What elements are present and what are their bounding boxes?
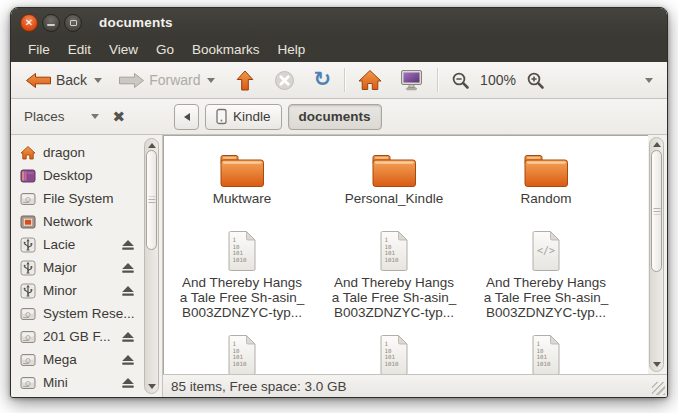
file-item[interactable]: 1101011010 And Thereby Hangs a Tale Free… (166, 230, 318, 320)
folder-icon (371, 152, 417, 189)
sidebar-item-network[interactable]: Network (11, 210, 162, 233)
zoom-level: 100% (480, 72, 516, 88)
menu-file[interactable]: File (19, 39, 59, 60)
scroll-down-arrow-icon[interactable] (148, 384, 156, 389)
binary-file-icon: 1101011010 (529, 334, 563, 374)
stop-icon (274, 70, 295, 91)
folder-label: Personal_Kindle (345, 191, 443, 206)
sidebar-scrollbar[interactable] (144, 138, 159, 394)
svg-text:101: 101 (233, 354, 244, 360)
forward-arrow-icon (118, 72, 145, 89)
binary-file-icon: 1101011010 (225, 334, 259, 374)
places-sidebar: dragon Desktop File System Network Lacie (11, 135, 163, 397)
sidebar-item-mini[interactable]: Mini (11, 371, 162, 394)
main-scrollbar-thumb[interactable] (651, 150, 662, 272)
zoom-out-button[interactable] (447, 68, 474, 93)
forward-history-caret[interactable] (207, 78, 215, 83)
zoom-in-icon (526, 71, 545, 90)
sidebar-item-lacie[interactable]: Lacie (11, 233, 162, 256)
usb-drive-icon (20, 283, 36, 299)
binary-file-icon: 1101011010 (225, 230, 259, 272)
zoom-in-button[interactable] (522, 68, 549, 93)
svg-text:1: 1 (233, 237, 237, 243)
path-row: Places ✖ Kindle documents (11, 99, 667, 135)
main-scrollbar[interactable] (649, 137, 664, 372)
back-button[interactable]: Back (21, 69, 91, 92)
file-item[interactable]: 1101011010 (470, 334, 622, 374)
svg-text:101: 101 (537, 354, 548, 360)
sidebar-item-desktop[interactable]: Desktop (11, 164, 162, 187)
breadcrumb-documents-button[interactable]: documents (288, 104, 382, 130)
eject-button[interactable] (121, 285, 135, 297)
sidebar-scrollbar-thumb[interactable] (146, 150, 157, 250)
folder-row: Muktware Personal_Kindle Random (164, 152, 648, 206)
menu-bookmarks[interactable]: Bookmarks (183, 39, 269, 60)
titlebar: ✕ documents (11, 8, 667, 37)
document-row: 1101011010 And Thereby Hangs a Tale Free… (164, 230, 648, 320)
folder-muktware[interactable]: Muktware (166, 152, 318, 206)
places-title: Places (24, 109, 65, 124)
breadcrumb-kindle-button[interactable]: Kindle (205, 104, 282, 130)
drive-icon (20, 306, 36, 322)
home-icon (20, 145, 36, 161)
overflow-chevron-icon[interactable] (645, 78, 653, 83)
file-view[interactable]: Muktware Personal_Kindle Random (163, 135, 648, 374)
forward-button[interactable]: Forward (114, 69, 204, 92)
breadcrumb-documents-label: documents (299, 109, 371, 124)
refresh-icon: ↻ (313, 69, 331, 89)
svg-text:10: 10 (385, 348, 392, 354)
left-triangle-icon (184, 113, 190, 121)
menu-view[interactable]: View (100, 39, 147, 60)
file-item[interactable]: 1101011010 (166, 334, 318, 374)
file-item[interactable]: 1101011010 And Thereby Hangs a Tale Free… (318, 230, 470, 320)
folder-random[interactable]: Random (470, 152, 622, 206)
sidebar-item-file-system[interactable]: File System (11, 187, 162, 210)
eject-button[interactable] (121, 377, 135, 389)
folder-personal-kindle[interactable]: Personal_Kindle (318, 152, 470, 206)
minimize-window-button[interactable] (42, 14, 60, 32)
sidebar-item-minor[interactable]: Minor (11, 279, 162, 302)
folder-icon (523, 152, 569, 189)
close-sidebar-button[interactable]: ✖ (113, 110, 126, 124)
back-history-caret[interactable] (94, 78, 102, 83)
sidebar-item-mega[interactable]: Mega (11, 348, 162, 371)
breadcrumb-scroll-left-button[interactable] (174, 104, 199, 130)
maximize-window-button[interactable] (64, 14, 82, 32)
sidebar-item-partial[interactable] (11, 394, 162, 397)
places-dropdown-caret[interactable] (91, 114, 99, 119)
resize-grip[interactable] (652, 382, 665, 395)
scroll-up-arrow-icon[interactable] (148, 143, 156, 148)
sidebar-item-201gb[interactable]: 201 GB F... (11, 325, 162, 348)
home-button[interactable] (354, 66, 386, 94)
window-body: dragon Desktop File System Network Lacie (11, 135, 667, 397)
folder-label: Random (520, 191, 571, 206)
sidebar-item-major[interactable]: Major (11, 256, 162, 279)
places-header: Places ✖ (11, 109, 163, 124)
reload-button[interactable]: ↻ (309, 67, 335, 93)
eject-button[interactable] (121, 239, 135, 251)
usb-drive-icon (20, 260, 36, 276)
stop-button[interactable] (270, 67, 299, 94)
eject-button[interactable] (121, 331, 135, 343)
network-icon (20, 214, 36, 230)
sidebar-item-system-reserved[interactable]: System Rese... (11, 302, 162, 325)
scroll-down-arrow-icon[interactable] (653, 362, 661, 367)
menu-edit[interactable]: Edit (59, 39, 100, 60)
toolbar-separator (344, 68, 345, 92)
up-button[interactable] (232, 67, 258, 94)
svg-text:10: 10 (537, 348, 544, 354)
svg-text:1: 1 (537, 341, 541, 347)
menu-go[interactable]: Go (147, 39, 183, 60)
sidebar-item-label: Mega (43, 352, 121, 367)
file-item[interactable]: </> And Thereby Hangs a Tale Free Sh-asi… (470, 230, 622, 320)
sidebar-item-dragon[interactable]: dragon (11, 141, 162, 164)
file-item[interactable]: 1101011010 (318, 334, 470, 374)
close-window-button[interactable]: ✕ (20, 14, 38, 32)
computer-button[interactable] (395, 66, 428, 94)
eject-button[interactable] (121, 262, 135, 274)
scroll-up-arrow-icon[interactable] (653, 142, 661, 147)
toolbar-separator (437, 68, 438, 92)
eject-button[interactable] (121, 354, 135, 366)
sidebar-item-label: 201 GB F... (43, 329, 121, 344)
menu-help[interactable]: Help (269, 39, 315, 60)
